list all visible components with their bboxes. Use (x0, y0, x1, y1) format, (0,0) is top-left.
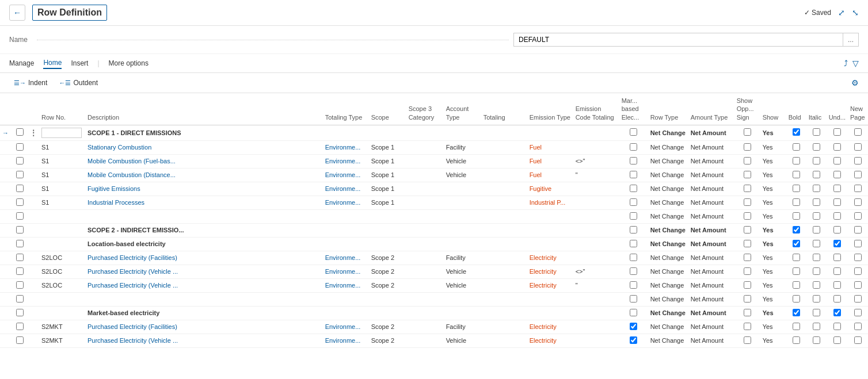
italic-cell[interactable] (806, 334, 827, 347)
bold-cell[interactable] (786, 182, 806, 196)
mar-based-elec-cell[interactable] (619, 306, 648, 320)
row-edit-icon[interactable] (28, 320, 39, 334)
mar-based-elec-cell[interactable] (619, 237, 648, 251)
italic-cell[interactable] (806, 125, 827, 140)
bold-cell[interactable] (786, 209, 806, 223)
bold-cell[interactable] (786, 125, 806, 140)
new-page-cell[interactable] (848, 251, 868, 265)
export-icon[interactable]: ⤴ (844, 59, 848, 68)
italic-cell[interactable] (806, 265, 827, 278)
row-select-checkbox[interactable] (12, 251, 28, 265)
italic-cell[interactable] (806, 168, 827, 182)
show-opp-sign-cell[interactable] (734, 237, 760, 251)
italic-cell[interactable] (806, 223, 827, 237)
totaling-type-cell[interactable]: Environme... (323, 140, 369, 154)
bold-cell[interactable] (786, 278, 806, 292)
indent-button[interactable]: ☰→ Indent (9, 76, 52, 89)
italic-cell[interactable] (806, 278, 827, 292)
new-page-cell[interactable] (848, 125, 868, 140)
show-opp-sign-cell[interactable] (734, 265, 760, 278)
row-select-checkbox[interactable] (12, 182, 28, 196)
row-select-checkbox[interactable] (12, 209, 28, 223)
show-opp-sign-cell[interactable] (734, 125, 760, 140)
show-opp-sign-cell[interactable] (734, 209, 760, 223)
tab-home[interactable]: Home (43, 58, 62, 69)
new-page-cell[interactable] (848, 196, 868, 209)
und-cell[interactable] (827, 154, 848, 168)
new-page-cell[interactable] (848, 265, 868, 278)
bold-cell[interactable] (786, 334, 806, 347)
und-cell[interactable] (827, 334, 848, 347)
totaling-type-cell[interactable]: Environme... (323, 196, 369, 209)
row-edit-icon[interactable] (28, 182, 39, 196)
row-select-checkbox[interactable] (12, 125, 28, 140)
row-edit-icon[interactable] (28, 306, 39, 320)
und-cell[interactable] (827, 209, 848, 223)
row-edit-icon[interactable] (28, 278, 39, 292)
new-page-cell[interactable] (848, 334, 868, 347)
description-cell[interactable]: Purchased Electricity (Vehicle ... (85, 265, 323, 278)
row-select-checkbox[interactable] (12, 196, 28, 209)
totaling-type-cell[interactable]: Environme... (323, 278, 369, 292)
und-cell[interactable] (827, 196, 848, 209)
totaling-type-cell[interactable]: Environme... (323, 168, 369, 182)
description-cell[interactable]: Fugitive Emissions (85, 182, 323, 196)
italic-cell[interactable] (806, 251, 827, 265)
row-no-input[interactable] (41, 128, 82, 138)
new-page-cell[interactable] (848, 306, 868, 320)
und-cell[interactable] (827, 306, 848, 320)
show-opp-sign-cell[interactable] (734, 196, 760, 209)
new-page-cell[interactable] (848, 292, 868, 306)
row-select-checkbox[interactable] (12, 140, 28, 154)
mar-based-elec-cell[interactable] (619, 154, 648, 168)
show-opp-sign-cell[interactable] (734, 140, 760, 154)
show-opp-sign-cell[interactable] (734, 306, 760, 320)
mar-based-elec-cell[interactable] (619, 140, 648, 154)
bold-cell[interactable] (786, 251, 806, 265)
new-page-cell[interactable] (848, 154, 868, 168)
show-opp-sign-cell[interactable] (734, 334, 760, 347)
italic-cell[interactable] (806, 209, 827, 223)
row-select-checkbox[interactable] (12, 168, 28, 182)
show-opp-sign-cell[interactable] (734, 223, 760, 237)
bold-cell[interactable] (786, 265, 806, 278)
row-edit-icon[interactable] (28, 292, 39, 306)
mar-based-elec-cell[interactable] (619, 223, 648, 237)
mar-based-elec-cell[interactable] (619, 251, 648, 265)
description-cell[interactable]: Stationary Combustion (85, 140, 323, 154)
italic-cell[interactable] (806, 182, 827, 196)
new-page-cell[interactable] (848, 320, 868, 334)
totaling-type-cell[interactable]: Environme... (323, 182, 369, 196)
row-edit-icon[interactable] (28, 140, 39, 154)
fullscreen-icon[interactable]: ⤡ (852, 8, 859, 17)
show-opp-sign-cell[interactable] (734, 251, 760, 265)
bold-cell[interactable] (786, 320, 806, 334)
row-edit-icon[interactable] (28, 209, 39, 223)
row-edit-icon[interactable] (28, 334, 39, 347)
new-page-cell[interactable] (848, 223, 868, 237)
bold-cell[interactable] (786, 196, 806, 209)
filter-icon[interactable]: ▽ (852, 59, 859, 68)
row-edit-icon[interactable] (28, 196, 39, 209)
und-cell[interactable] (827, 292, 848, 306)
italic-cell[interactable] (806, 154, 827, 168)
new-page-cell[interactable] (848, 237, 868, 251)
row-select-checkbox[interactable] (12, 237, 28, 251)
show-opp-sign-cell[interactable] (734, 154, 760, 168)
show-opp-sign-cell[interactable] (734, 278, 760, 292)
und-cell[interactable] (827, 140, 848, 154)
und-cell[interactable] (827, 125, 848, 140)
bold-cell[interactable] (786, 154, 806, 168)
totaling-type-cell[interactable]: Environme... (323, 154, 369, 168)
mar-based-elec-cell[interactable] (619, 125, 648, 140)
description-cell[interactable]: Purchased Electricity (Vehicle ... (85, 334, 323, 347)
name-more-button[interactable]: ... (843, 33, 858, 46)
show-opp-sign-cell[interactable] (734, 168, 760, 182)
bold-cell[interactable] (786, 306, 806, 320)
description-cell[interactable]: Mobile Combustion (Fuel-bas... (85, 154, 323, 168)
totaling-type-cell[interactable]: Environme... (323, 334, 369, 347)
und-cell[interactable] (827, 168, 848, 182)
italic-cell[interactable] (806, 320, 827, 334)
bold-cell[interactable] (786, 140, 806, 154)
bold-cell[interactable] (786, 237, 806, 251)
